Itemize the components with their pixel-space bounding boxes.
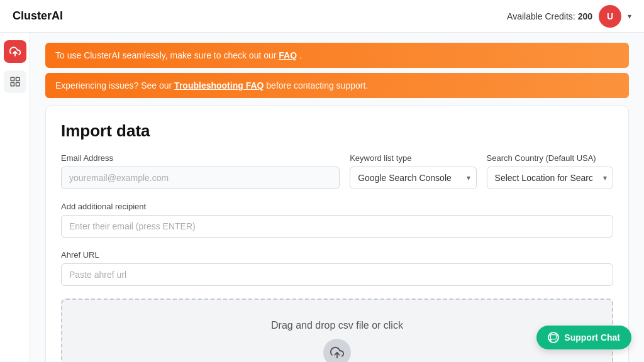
logo: ClusterAI bbox=[13, 9, 63, 23]
drop-zone[interactable]: Drag and drop csv file or click bbox=[61, 299, 613, 362]
layout: To use ClusterAI seamlessly, make sure t… bbox=[0, 33, 644, 362]
sidebar-item-upload[interactable] bbox=[4, 40, 26, 63]
upload-icon bbox=[323, 339, 351, 362]
keyword-select-wrapper: Google Search Console Ahrefs Semrush Moz… bbox=[350, 167, 476, 189]
country-group: Search Country (Default USA) Select Loca… bbox=[487, 153, 613, 189]
email-field[interactable] bbox=[61, 167, 340, 189]
chat-bubble-icon bbox=[548, 332, 559, 343]
form-section: Import data Email Address Keyword list t… bbox=[45, 106, 629, 362]
troubleshoot-link[interactable]: Troubleshooting FAQ bbox=[174, 80, 264, 90]
page-title: Import data bbox=[61, 121, 613, 141]
email-group: Email Address bbox=[61, 153, 340, 189]
sidebar-item-grid[interactable] bbox=[4, 70, 26, 93]
chevron-down-icon[interactable]: ▾ bbox=[628, 12, 631, 21]
credits-value: 200 bbox=[578, 11, 592, 21]
country-select[interactable]: Select Location for Search United States… bbox=[487, 167, 613, 189]
support-chat-button[interactable]: Support Chat bbox=[536, 326, 631, 349]
support-chat-label: Support Chat bbox=[564, 332, 620, 343]
recipient-field[interactable] bbox=[61, 215, 613, 238]
recipient-label: Add additional recipient bbox=[61, 202, 613, 211]
troubleshoot-banner: Experiencing issues? See our Troubleshoo… bbox=[45, 73, 629, 98]
header: ClusterAI Available Credits: 200 U ▾ bbox=[0, 0, 644, 33]
ahref-field[interactable] bbox=[61, 263, 613, 286]
email-label: Email Address bbox=[61, 153, 340, 163]
ahref-group: Ahref URL bbox=[61, 250, 613, 286]
credits-label: Available Credits: 200 bbox=[507, 11, 592, 21]
country-select-wrapper: Select Location for Search United States… bbox=[487, 167, 613, 189]
faq-link[interactable]: FAQ bbox=[279, 50, 297, 60]
header-right: Available Credits: 200 U ▾ bbox=[507, 5, 631, 28]
drop-zone-text: Drag and drop csv file or click bbox=[271, 320, 403, 331]
avatar[interactable]: U bbox=[599, 5, 621, 28]
main-content: To use ClusterAI seamlessly, make sure t… bbox=[30, 33, 644, 362]
svg-rect-2 bbox=[16, 77, 19, 80]
keyword-select[interactable]: Google Search Console Ahrefs Semrush Moz bbox=[350, 167, 476, 189]
form-row-1: Email Address Keyword list type Google S… bbox=[61, 153, 613, 189]
keyword-label: Keyword list type bbox=[350, 153, 476, 163]
ahref-label: Ahref URL bbox=[61, 250, 613, 260]
recipient-group: Add additional recipient bbox=[61, 202, 613, 238]
country-label: Search Country (Default USA) bbox=[487, 153, 613, 163]
svg-rect-1 bbox=[11, 77, 14, 80]
sidebar bbox=[0, 33, 30, 362]
faq-banner: To use ClusterAI seamlessly, make sure t… bbox=[45, 43, 629, 68]
keyword-group: Keyword list type Google Search Console … bbox=[350, 153, 476, 189]
svg-rect-3 bbox=[11, 83, 14, 86]
svg-rect-4 bbox=[16, 83, 19, 86]
